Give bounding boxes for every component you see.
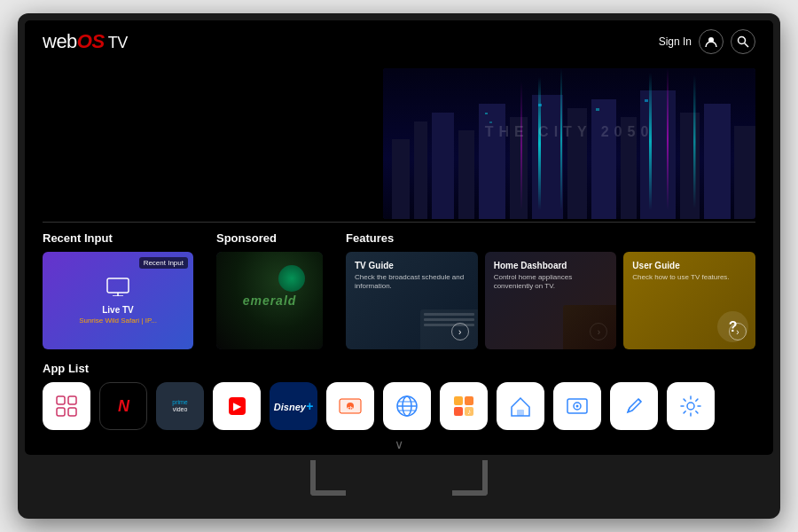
- feature-card-tv-guide[interactable]: TV Guide Check the broadcast schedule an…: [346, 252, 478, 349]
- youtube-logo: ▶: [229, 397, 246, 415]
- sign-in-text: Sign In: [659, 35, 692, 48]
- tv-guide-title: TV Guide: [355, 261, 469, 270]
- svg-rect-34: [68, 396, 76, 404]
- gem-decoration: [278, 265, 305, 292]
- svg-text:THE CITY 2050: THE CITY 2050: [485, 124, 654, 139]
- svg-rect-30: [107, 278, 129, 293]
- tv-screen: webOS TV Sign In: [25, 20, 773, 455]
- feature-card-home-dashboard[interactable]: Home Dashboard Control home appliances c…: [485, 252, 617, 349]
- app-edit[interactable]: [610, 382, 658, 430]
- app-netflix[interactable]: N: [99, 382, 147, 430]
- svg-rect-20: [649, 73, 652, 210]
- svg-rect-23: [693, 75, 696, 208]
- user-guide-desc: Check how to use TV features.: [632, 273, 747, 282]
- channels-icon: ch: [337, 393, 364, 419]
- tv-channel-icon: [106, 277, 130, 301]
- svg-rect-26: [538, 104, 542, 106]
- svg-point-54: [576, 405, 579, 408]
- app-list-title: App List: [43, 362, 755, 375]
- svg-rect-47: [465, 396, 473, 405]
- stand-leg-right: [452, 460, 488, 496]
- recent-input-badge: Recent Input: [139, 257, 188, 269]
- svg-rect-4: [392, 139, 410, 219]
- app-home[interactable]: [497, 382, 544, 430]
- svg-text:ch: ch: [348, 405, 353, 411]
- svg-rect-36: [68, 408, 76, 416]
- user-guide-title: User Guide: [632, 261, 747, 270]
- svg-rect-17: [734, 126, 755, 219]
- header: webOS TV Sign In: [25, 20, 773, 59]
- features-title: Features: [346, 231, 755, 245]
- svg-rect-46: [454, 396, 463, 405]
- user-icon-button[interactable]: [699, 29, 724, 54]
- app-capture[interactable]: [553, 382, 601, 430]
- netflix-logo: N: [118, 397, 129, 416]
- svg-rect-51: [517, 410, 524, 416]
- header-right: Sign In: [659, 29, 755, 54]
- recent-input-card[interactable]: Recent Input Live TV Sunrise Wild Safari…: [43, 252, 193, 349]
- hero-city-visual: THE CITY 2050: [383, 68, 755, 219]
- recent-input-title: Recent Input: [43, 231, 202, 245]
- svg-rect-19: [560, 68, 562, 210]
- app-prime-video[interactable]: primevideo: [156, 382, 204, 430]
- tv-guide-desc: Check the broadcast schedule and informa…: [355, 273, 469, 292]
- hero-banner[interactable]: THE CITY 2050: [383, 68, 755, 219]
- svg-rect-27: [596, 108, 599, 111]
- feature-card-user-guide[interactable]: User Guide Check how to use TV features.…: [623, 252, 755, 349]
- recent-input-section: Recent Input Recent Input Live TV Sunris…: [43, 231, 202, 349]
- app-all-apps[interactable]: [43, 382, 90, 430]
- svg-rect-24: [485, 113, 488, 114]
- svg-rect-48: [454, 407, 463, 416]
- disney-logo: Disney+: [274, 399, 313, 413]
- svg-rect-14: [640, 90, 676, 219]
- scroll-indicator: ∨: [25, 435, 773, 455]
- grid-icon: [54, 394, 79, 419]
- svg-text:♪: ♪: [467, 408, 471, 416]
- app-youtube[interactable]: ▶: [213, 382, 261, 430]
- chevron-down-icon: ∨: [395, 437, 403, 451]
- tv-stand: [310, 455, 488, 499]
- logo: webOS TV: [43, 30, 128, 53]
- city-svg: THE CITY 2050: [383, 68, 755, 219]
- search-icon-button[interactable]: [731, 29, 755, 54]
- apps-row: N primevideo ▶ Disney+: [43, 382, 755, 430]
- logo-os: OS: [77, 30, 105, 52]
- svg-rect-6: [432, 113, 454, 219]
- capture-icon: [564, 393, 591, 419]
- svg-rect-15: [680, 113, 700, 219]
- sponsored-card[interactable]: emerald: [216, 252, 323, 349]
- app-browser[interactable]: [383, 382, 431, 430]
- sponsored-section: Sponsored emerald: [216, 231, 332, 349]
- top-area: THE CITY 2050: [25, 59, 773, 222]
- svg-rect-28: [645, 99, 648, 102]
- app-channels[interactable]: ch: [326, 382, 374, 430]
- svg-rect-21: [667, 68, 669, 210]
- svg-rect-10: [532, 95, 563, 219]
- home-dashboard-preview: [563, 305, 616, 349]
- tv-frame: webOS TV Sign In: [18, 13, 780, 519]
- app-list-section: App List N: [25, 358, 773, 435]
- app-disney-plus[interactable]: Disney+: [270, 382, 317, 430]
- edit-icon: [621, 393, 647, 419]
- prime-logo: primevideo: [172, 399, 188, 414]
- sponsored-title: Sponsored: [216, 231, 332, 245]
- emerald-background: emerald: [216, 252, 323, 349]
- svg-rect-33: [57, 396, 65, 404]
- svg-rect-22: [520, 82, 522, 210]
- features-section: Features TV Guide Check the broadcast sc…: [346, 231, 755, 349]
- app-settings[interactable]: [667, 382, 715, 430]
- svg-point-55: [687, 403, 694, 410]
- tv-guide-preview: [420, 309, 478, 349]
- svg-rect-7: [458, 130, 474, 219]
- features-cards: TV Guide Check the broadcast schedule an…: [346, 252, 755, 349]
- home-icon: [507, 393, 534, 419]
- app-music[interactable]: ♪: [440, 382, 488, 430]
- home-dashboard-title: Home Dashboard: [494, 261, 608, 270]
- svg-rect-35: [57, 408, 65, 416]
- browser-icon: [394, 393, 420, 419]
- channel-info: Sunrise Wild Safari | IP...: [79, 317, 157, 325]
- svg-rect-16: [704, 104, 731, 219]
- home-dashboard-desc: Control home appliances conveniently on …: [494, 273, 608, 292]
- main-content: webOS TV Sign In: [25, 20, 773, 455]
- live-tv-label: Live TV: [102, 305, 134, 315]
